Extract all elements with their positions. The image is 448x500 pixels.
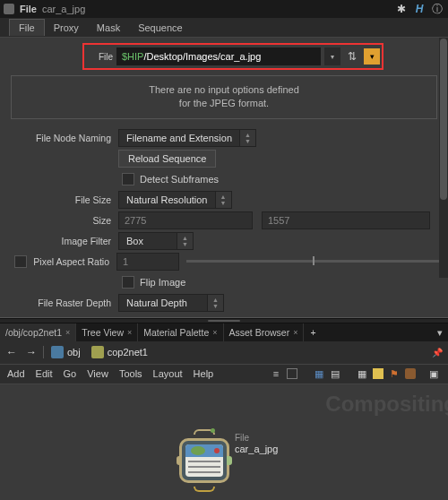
menu-layout[interactable]: Layout <box>153 368 183 379</box>
label-pixel-aspect: Pixel Aspect Ratio <box>27 256 116 267</box>
main-tabs: File Proxy Mask Sequence <box>0 18 448 38</box>
file-chooser-icon[interactable]: ⇅ <box>344 48 360 65</box>
params-scrollbar[interactable] <box>439 38 448 278</box>
nav-fwd-button[interactable]: → <box>23 344 39 360</box>
network-canvas[interactable]: Compositing File car_a_jpg <box>0 384 448 500</box>
ptab-asset[interactable]: Asset Browser× <box>224 323 305 341</box>
flag-icon[interactable]: ⚑ <box>387 366 401 381</box>
pixel-aspect-slider[interactable] <box>186 260 439 263</box>
info-box: There are no input options defined for t… <box>11 75 437 119</box>
select-file-size[interactable]: Natural Resolution ▲▼ <box>118 191 232 209</box>
size-height-input[interactable]: 1557 <box>262 211 430 229</box>
netbox-icon[interactable] <box>405 368 416 379</box>
select-file-node-naming[interactable]: Filename and Extension ▲▼ <box>118 129 256 147</box>
square-icon[interactable] <box>287 368 297 379</box>
close-icon[interactable]: × <box>212 328 217 337</box>
row-flip-image: Flip Image <box>2 272 446 292</box>
file-path-input[interactable]: $HIP/Desktop/Images/car_a.jpg <box>116 47 321 65</box>
title-right-icons: ✱ H ⓘ <box>394 2 444 16</box>
chevron-updown-icon: ▲▼ <box>240 129 256 147</box>
grid2-icon[interactable]: ▦ <box>355 366 369 381</box>
parameters-panel: File $HIP/Desktop/Images/car_a.jpg ▾ ⇅ ▾… <box>0 38 448 318</box>
title-bar: File car_a_jpg ✱ H ⓘ <box>0 0 448 18</box>
row-image-filter: Image Filter Box ▲▼ <box>2 231 446 251</box>
pixel-aspect-input[interactable]: 1 <box>116 253 179 271</box>
select-value: Filename and Extension <box>118 129 240 147</box>
tab-sequence[interactable]: Sequence <box>129 20 192 36</box>
chevron-updown-icon: ▲▼ <box>208 294 224 312</box>
info-icon[interactable]: ⓘ <box>430 2 444 16</box>
label-file-node-naming: File Node Naming <box>2 133 118 143</box>
ptab-material[interactable]: Material Palette× <box>138 323 223 341</box>
label-file-size: File Size <box>2 194 118 205</box>
table-icon[interactable]: ▤ <box>328 366 342 381</box>
pane-menu-icon[interactable]: ▾ <box>432 323 448 341</box>
nav-back-button[interactable]: ← <box>4 344 20 360</box>
grid-icon[interactable]: ▦ <box>312 366 326 381</box>
node-type-badge: File <box>235 433 249 443</box>
node-body[interactable] <box>179 438 229 483</box>
row-file-raster-depth: File Raster Depth Natural Depth ▲▼ <box>2 293 446 313</box>
node-output-connector[interactable] <box>194 487 215 492</box>
close-icon[interactable]: × <box>293 328 297 337</box>
panel-tabs: /obj/cop2net1× Tree View× Material Palet… <box>0 323 448 341</box>
menu-view[interactable]: View <box>87 368 108 379</box>
camera-icon[interactable]: ▣ <box>426 366 441 381</box>
path-seg-cop2net1[interactable]: cop2net1 <box>88 346 151 358</box>
list-icon[interactable]: ≡ <box>269 366 283 381</box>
menu-tools[interactable]: Tools <box>119 368 142 379</box>
file-reload-icon[interactable]: ▾ <box>364 48 380 65</box>
pin-icon[interactable]: 📌 <box>430 348 444 358</box>
tool-icons: ≡ ▦ ▤ ▦ ⚑ ▣ <box>269 366 441 381</box>
gear-icon[interactable]: ✱ <box>394 2 409 16</box>
file-dropdown-arrow[interactable]: ▾ <box>324 47 340 65</box>
path-seg-obj[interactable]: obj <box>47 346 84 358</box>
add-tab-button[interactable]: + <box>304 327 322 338</box>
tab-file[interactable]: File <box>9 19 45 36</box>
file-hip-var: $HIP <box>122 51 143 62</box>
path-bar: ← → obj cop2net1 📌 <box>0 341 448 365</box>
panel-right-icons: ▾ <box>432 323 448 341</box>
label-detect-subframes: Detect Subframes <box>140 174 219 185</box>
row-reload: Reload Sequence <box>2 149 446 168</box>
menu-add[interactable]: Add <box>7 368 25 379</box>
select-file-raster-depth[interactable]: Natural Depth ▲▼ <box>118 294 224 312</box>
close-icon[interactable]: × <box>127 328 132 337</box>
menu-help[interactable]: Help <box>194 368 214 379</box>
obj-icon <box>51 346 64 358</box>
select-image-filter[interactable]: Box ▲▼ <box>118 232 194 250</box>
info-line2: for the JPEG format. <box>21 97 427 110</box>
network-menu-bar: Add Edit Go View Tools Layout Help ≡ ▦ ▤… <box>0 365 448 384</box>
sticky-note-icon[interactable] <box>373 368 383 379</box>
row-file-size: File Size Natural Resolution ▲▼ <box>2 190 446 210</box>
checkbox-flip-image[interactable] <box>122 276 134 289</box>
node-type-label: File <box>20 4 37 14</box>
node-name-label: car_a_jpg <box>42 4 85 14</box>
row-pixel-aspect: Pixel Aspect Ratio 1 <box>2 252 446 272</box>
scrollbar-thumb[interactable] <box>440 39 447 200</box>
tab-mask[interactable]: Mask <box>88 20 129 36</box>
ptab-network[interactable]: /obj/cop2net1× <box>0 323 76 341</box>
checkbox-detect-subframes[interactable] <box>122 173 134 185</box>
reload-sequence-button[interactable]: Reload Sequence <box>118 150 216 168</box>
menu-go[interactable]: Go <box>64 368 77 379</box>
size-width-input[interactable]: 2775 <box>118 211 253 229</box>
label-file-raster-depth: File Raster Depth <box>2 297 118 308</box>
file-row: File $HIP/Desktop/Images/car_a.jpg ▾ ⇅ ▾ <box>86 47 380 66</box>
node-file[interactable]: File car_a_jpg <box>179 438 229 483</box>
select-image-filter-value: Box <box>118 232 177 250</box>
node-name-text: car_a_jpg <box>235 444 278 454</box>
node-thumbnail <box>185 444 223 477</box>
toggle-pixel-aspect[interactable] <box>14 255 27 268</box>
file-rest: /Desktop/Images/car_a.jpg <box>143 51 261 62</box>
tab-proxy[interactable]: Proxy <box>45 20 88 36</box>
select-file-size-value: Natural Resolution <box>118 191 216 209</box>
chevron-updown-icon: ▲▼ <box>177 232 194 250</box>
close-icon[interactable]: × <box>65 328 70 337</box>
houdini-help-icon[interactable]: H <box>412 2 426 16</box>
watermark-text: Compositing <box>325 392 448 417</box>
menu-edit[interactable]: Edit <box>36 368 53 379</box>
node-input-connector[interactable] <box>194 429 215 435</box>
ptab-tree[interactable]: Tree View× <box>76 323 138 341</box>
slider-handle[interactable] <box>313 256 314 265</box>
